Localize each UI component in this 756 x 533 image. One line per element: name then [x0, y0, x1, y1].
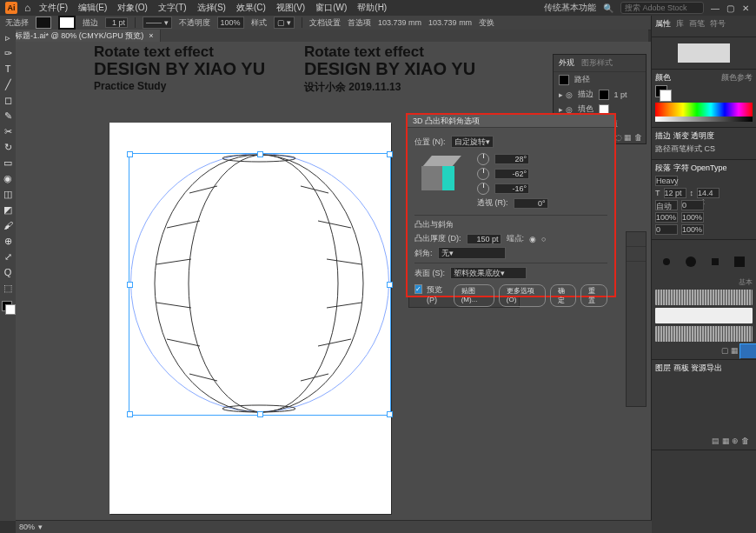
symbol-tool[interactable]: ⊕: [2, 235, 14, 247]
kerning-input[interactable]: 自动: [655, 200, 678, 210]
rotate-y-input[interactable]: -62°: [494, 169, 529, 179]
font-family-dropdown[interactable]: Heavy: [655, 176, 678, 186]
character-panel[interactable]: 段落 字符 OpenType Heavy T12 pt ↕14.4 pt 自动 …: [652, 160, 756, 240]
window-maximize-icon[interactable]: ▢: [726, 3, 735, 12]
cap-on-icon[interactable]: ◉: [529, 235, 536, 243]
rectangle-tool[interactable]: ◻: [2, 94, 14, 106]
menu-window[interactable]: 窗口(W): [315, 2, 347, 14]
zoom-tool[interactable]: Q: [2, 266, 14, 278]
more-options-button[interactable]: 更多选项 (O): [499, 284, 546, 307]
art-brush-2[interactable]: [655, 308, 753, 323]
grayscale-ramp[interactable]: [655, 117, 753, 122]
stroke-gradient-panel[interactable]: 描边 渐变 透明度 路径画笔样式 CS: [652, 128, 756, 160]
width-tool[interactable]: ◉: [2, 172, 14, 184]
fill-swatch[interactable]: [36, 17, 51, 29]
ok-button[interactable]: 确定: [550, 284, 577, 307]
bevel-dropdown[interactable]: 无 ▾: [438, 247, 506, 259]
brush-tool[interactable]: ✎: [2, 110, 14, 122]
stroke-profile-dropdown[interactable]: —— ▾: [143, 17, 172, 29]
rotation-cube[interactable]: [421, 156, 465, 194]
reset-button[interactable]: 重置: [580, 284, 607, 307]
opacity-char-input[interactable]: 100%: [681, 224, 704, 235]
document-tab[interactable]: 未标题-1.ai* @ 80% (CMYK/GPU 预览) ×: [0, 30, 161, 42]
hscale-input[interactable]: 100%: [681, 212, 704, 223]
vscale-input[interactable]: 100%: [655, 212, 678, 223]
rotate-x-input[interactable]: 28°: [494, 154, 529, 164]
brush-preset-2[interactable]: [686, 257, 696, 267]
perspective-input[interactable]: 0°: [514, 198, 548, 209]
search-input[interactable]: 搜索 Adobe Stock: [620, 2, 704, 14]
appearance-row-stroke[interactable]: 描边: [578, 89, 594, 100]
appearance-row-path[interactable]: 路径: [574, 74, 590, 85]
menu-object[interactable]: 对象(O): [117, 2, 147, 14]
leading-input[interactable]: 14.4 pt: [697, 188, 720, 198]
menu-view[interactable]: 视图(V): [276, 2, 305, 14]
scissors-tool[interactable]: ✂: [2, 125, 14, 137]
zoom-readout[interactable]: 80%: [19, 523, 35, 531]
window-minimize-icon[interactable]: —: [711, 3, 720, 12]
baseline-input[interactable]: 0: [655, 224, 678, 235]
map-art-button[interactable]: 贴图 (M)...: [454, 284, 494, 307]
color-tab[interactable]: 颜色: [655, 72, 671, 83]
line-tool[interactable]: ╱: [2, 78, 14, 90]
surface-dropdown[interactable]: 塑料效果底纹 ▾: [450, 267, 527, 279]
menu-effect[interactable]: 效果(C): [236, 2, 266, 14]
rotate-y-dial[interactable]: [477, 168, 489, 180]
rotate-x-dial[interactable]: [477, 153, 489, 165]
style-dropdown[interactable]: ▢ ▾: [274, 17, 295, 29]
mesh-tool[interactable]: ◩: [2, 203, 14, 216]
brush-preset-1[interactable]: [663, 258, 670, 265]
stroke-swatch[interactable]: [58, 16, 76, 30]
appearance-tab-graphstyle[interactable]: 图形样式: [581, 57, 613, 69]
art-brush-3[interactable]: [655, 326, 753, 342]
menu-help[interactable]: 帮助(H): [357, 2, 387, 14]
menu-edit[interactable]: 编辑(E): [78, 2, 107, 14]
shape-builder-tool[interactable]: ◫: [2, 188, 14, 200]
height-value: 103.739 mm: [428, 18, 472, 27]
brush-preset-4[interactable]: [734, 257, 745, 267]
color-guide-tab[interactable]: 颜色参考: [721, 72, 753, 83]
search-icon[interactable]: 🔍: [603, 3, 613, 13]
document-tab-bar: 未标题-1.ai* @ 80% (CMYK/GPU 预览) ×: [0, 30, 648, 42]
eyedropper-tool[interactable]: 🖌: [2, 219, 14, 231]
selection-bounding-box[interactable]: [129, 153, 391, 416]
tracking-input[interactable]: 0: [681, 200, 704, 210]
menu-select[interactable]: 选择(S): [197, 2, 226, 14]
opacity-input[interactable]: 100%: [217, 17, 244, 29]
stroke-weight-input[interactable]: 1 pt: [105, 17, 128, 28]
artboard-tool[interactable]: ⤢: [2, 250, 14, 263]
prefs-button[interactable]: 首选项: [348, 17, 371, 29]
fontsize-input[interactable]: 12 pt: [664, 188, 686, 198]
rotate-z-input[interactable]: -16°: [494, 183, 529, 194]
color-panel[interactable]: 颜色颜色参考: [652, 70, 756, 128]
type-tool[interactable]: T: [2, 63, 14, 75]
fill-stroke-swatch[interactable]: [2, 301, 14, 313]
transform-link[interactable]: 变换: [479, 17, 494, 29]
direct-selection-tool[interactable]: ▹: [2, 31, 14, 43]
art-brush-1[interactable]: [655, 290, 753, 305]
workspace-dropdown[interactable]: 传统基本功能: [544, 2, 596, 14]
pen-tool[interactable]: ✑: [2, 47, 14, 59]
scale-tool[interactable]: ▭: [2, 157, 14, 169]
preview-checkbox[interactable]: ✓: [414, 284, 422, 294]
top-panel-tabs[interactable]: 属性 库 画笔 符号: [655, 18, 753, 30]
brush-preset-3[interactable]: [712, 258, 719, 265]
docsetup-button[interactable]: 文档设置: [309, 17, 341, 29]
rotate-tool[interactable]: ↻: [2, 141, 14, 153]
heading-3: Practice Study: [94, 80, 265, 92]
3d-extrude-bevel-dialog[interactable]: 3D 凸出和斜角选项 位置 (N): 自定旋转 ▾ 28° -62° -16° …: [406, 113, 616, 297]
tab-close-icon[interactable]: ×: [149, 31, 153, 40]
appearance-tab-appearance[interactable]: 外观: [559, 57, 574, 69]
layers-panel[interactable]: 图层 画板 资源导出 ▤ ▦ ⊕ 🗑: [652, 360, 756, 450]
color-spectrum[interactable]: [655, 103, 753, 117]
hand-tool[interactable]: ⬚: [2, 282, 14, 294]
extrude-depth-input[interactable]: 150 pt: [467, 234, 501, 244]
window-close-icon[interactable]: ✕: [742, 3, 751, 12]
home-icon[interactable]: ⌂: [24, 2, 30, 14]
cap-off-icon[interactable]: ○: [541, 235, 546, 243]
menu-type[interactable]: 文字(T): [158, 2, 187, 14]
menu-file[interactable]: 文件(F): [39, 2, 68, 14]
brushes-panel[interactable]: 基本 ▢ ▦ 🗑: [652, 240, 756, 360]
position-dropdown[interactable]: 自定旋转 ▾: [451, 136, 494, 148]
rotate-z-dial[interactable]: [477, 183, 489, 195]
